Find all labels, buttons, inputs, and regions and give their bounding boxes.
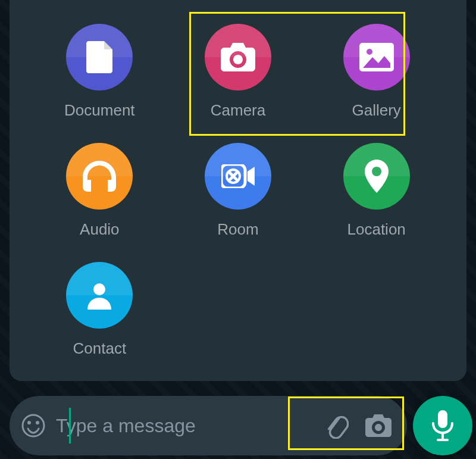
attachment-option-document[interactable]: Document	[33, 24, 166, 131]
attachment-label: Document	[64, 101, 135, 120]
camera-input-button[interactable]	[365, 414, 392, 437]
contact-icon-circle	[66, 262, 133, 329]
audio-icon-circle	[66, 143, 133, 210]
svg-point-1	[367, 49, 372, 55]
attachment-label: Camera	[211, 101, 265, 120]
room-icon-circle	[205, 143, 271, 210]
person-icon	[85, 281, 114, 310]
attach-button[interactable]	[322, 413, 349, 439]
attachment-panel: Document Camera Gallery	[10, 0, 466, 381]
emoji-button[interactable]	[21, 414, 45, 438]
attachment-label: Audio	[80, 220, 120, 239]
camera-icon-circle	[205, 24, 271, 90]
attachment-option-location[interactable]: Location	[310, 143, 443, 250]
attachment-option-room[interactable]: Room	[172, 143, 305, 250]
attachment-grid: Document Camera Gallery	[33, 24, 443, 369]
headphones-icon	[83, 161, 116, 192]
attachment-label: Location	[347, 220, 406, 239]
text-cursor	[69, 408, 71, 444]
attachment-option-camera[interactable]: Camera	[172, 24, 305, 131]
svg-rect-9	[438, 410, 447, 428]
video-room-icon	[221, 164, 255, 188]
camera-icon	[221, 43, 255, 71]
gallery-icon-circle	[343, 24, 410, 90]
attachment-label: Room	[217, 220, 258, 239]
message-input-bar	[10, 396, 407, 455]
attachment-label: Gallery	[352, 101, 400, 120]
paperclip-icon	[322, 413, 349, 439]
attachment-label: Contact	[73, 339, 127, 358]
message-input[interactable]	[56, 415, 322, 437]
camera-icon	[365, 414, 392, 437]
emoji-icon	[21, 414, 45, 438]
document-icon	[85, 41, 114, 73]
attachment-option-gallery[interactable]: Gallery	[310, 24, 443, 131]
voice-message-button[interactable]	[413, 396, 472, 455]
svg-point-7	[27, 421, 31, 424]
svg-point-5	[93, 283, 105, 295]
location-icon-circle	[343, 143, 410, 210]
location-pin-icon	[365, 160, 389, 193]
attachment-option-audio[interactable]: Audio	[33, 143, 166, 250]
svg-point-8	[36, 421, 39, 424]
attachment-option-contact[interactable]: Contact	[33, 262, 166, 369]
svg-point-4	[372, 167, 381, 176]
document-icon-circle	[66, 24, 133, 90]
image-icon	[359, 43, 394, 71]
microphone-icon	[431, 410, 455, 441]
